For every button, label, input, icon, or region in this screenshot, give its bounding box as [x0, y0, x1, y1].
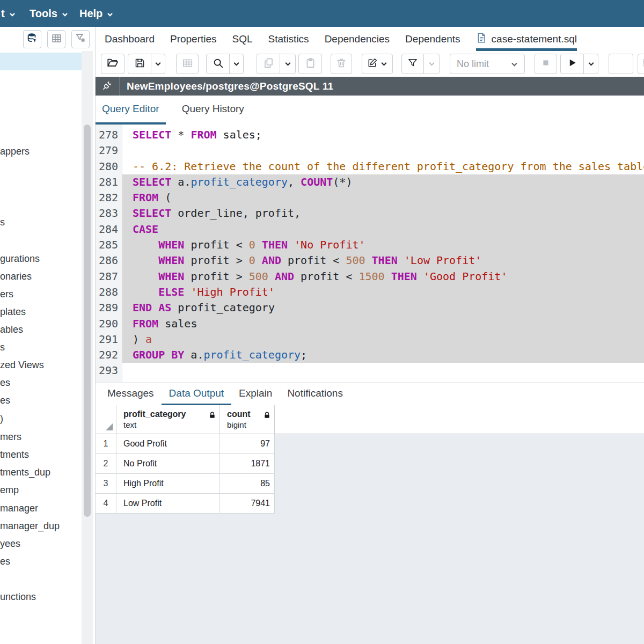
macro-button[interactable] — [609, 54, 633, 74]
row-number-cell[interactable]: 1 — [96, 434, 116, 454]
connection-bar: NewEmployees/postgres@PostgreSQL 11 — [96, 77, 644, 96]
filter-button[interactable] — [423, 54, 440, 74]
tree-item[interactable]: onaries — [0, 271, 80, 283]
tree-item[interactable]: mers — [0, 431, 80, 444]
tree-item[interactable]: ) — [0, 413, 80, 426]
tree-item[interactable]: unctions — [0, 591, 80, 604]
tree-item[interactable]: es — [0, 377, 80, 390]
save-button[interactable] — [151, 54, 165, 74]
tree-item[interactable]: ables — [0, 324, 80, 336]
sidebar-scrollbar-thumb[interactable] — [84, 125, 91, 517]
tree-item[interactable]: yees — [0, 538, 80, 551]
menu-bar: tToolsHelp — [0, 0, 644, 27]
execute-button[interactable] — [583, 54, 598, 74]
tree-item[interactable]: ers — [0, 289, 80, 301]
database-pointer-button[interactable] — [23, 30, 41, 48]
line-number-gutter: 2782792802812822832842852862872882892902… — [96, 125, 122, 382]
execute-button[interactable] — [560, 54, 584, 74]
code-token-str: 'Good Profit' — [423, 270, 508, 283]
object-browser[interactable]: apperssgurationsonariesersplatesablessze… — [0, 51, 95, 644]
column-header-profit_category[interactable]: profit_categorytext — [116, 405, 220, 434]
paste-button[interactable] — [298, 54, 322, 74]
tab-dashboard[interactable]: Dashboard — [105, 27, 155, 51]
browser-toolbar — [0, 27, 95, 51]
count-cell[interactable]: 97 — [220, 434, 275, 454]
find-button[interactable] — [229, 54, 244, 74]
menu-item-help[interactable]: Help — [79, 0, 113, 27]
tab-data-output[interactable]: Data Output — [162, 383, 231, 406]
profit-category-cell[interactable]: High Profit — [116, 474, 220, 494]
count-cell[interactable]: 1871 — [220, 454, 275, 474]
tree-item[interactable]: zed Views — [0, 360, 80, 372]
edit-grid-button[interactable] — [176, 54, 199, 74]
row-number-cell[interactable]: 3 — [96, 474, 116, 494]
column-header-count[interactable]: countbigint — [220, 405, 275, 434]
tree-item[interactable]: emp — [0, 485, 80, 497]
open-file-button[interactable] — [101, 54, 125, 74]
code-line: -- 6.2: Retrieve the count of the differ… — [122, 159, 644, 174]
code-token-kw: AND — [262, 254, 281, 267]
delete-button[interactable] — [331, 54, 352, 74]
grid-icon — [51, 33, 62, 46]
line-number: 291 — [96, 332, 118, 347]
tree-selected-row[interactable] — [0, 53, 82, 70]
row-number-cell[interactable]: 4 — [96, 494, 116, 514]
find-button[interactable] — [206, 54, 230, 74]
tab-query-editor[interactable]: Query Editor — [96, 96, 166, 125]
count-cell[interactable]: 85 — [220, 474, 275, 494]
tree-item[interactable]: es — [0, 395, 80, 407]
count-cell[interactable]: 7941 — [220, 494, 275, 514]
tab-dependencies[interactable]: Dependencies — [325, 27, 390, 51]
lock-icon — [264, 411, 270, 421]
tree-item[interactable]: manager — [0, 503, 80, 515]
save-button[interactable] — [128, 54, 151, 74]
tab-sql[interactable]: SQL — [232, 27, 253, 51]
code-token-num: 500 — [346, 254, 365, 267]
caret-down-icon — [155, 59, 162, 69]
grid-button[interactable] — [47, 30, 65, 48]
panel-button[interactable] — [638, 54, 644, 74]
menu-item-t[interactable]: t — [1, 0, 16, 27]
tab-dependents[interactable]: Dependents — [405, 27, 460, 51]
tree-item[interactable]: appers — [0, 146, 80, 158]
tab-label: Dashboard — [105, 33, 155, 45]
line-number: 282 — [96, 190, 118, 206]
profit-category-cell[interactable]: Low Profit — [116, 494, 220, 514]
code-token-kw: THEN — [372, 254, 398, 267]
column-name: profit_category — [123, 408, 215, 420]
copy-button[interactable] — [280, 54, 296, 74]
tree-item[interactable]: tments_dup — [0, 467, 80, 479]
tab-case-statement-sql[interactable]: case-statement.sql — [476, 27, 577, 51]
menu-item-label: t — [1, 8, 5, 20]
profit-category-cell[interactable]: Good Profit — [116, 434, 220, 454]
edit-button[interactable] — [362, 54, 393, 74]
tree-item[interactable]: s — [0, 217, 80, 229]
code-token-kw: FROM — [191, 128, 216, 141]
tab-statistics[interactable]: Statistics — [268, 27, 309, 51]
tree-item[interactable]: tments — [0, 449, 80, 462]
row-limit-select[interactable]: No limit — [450, 54, 525, 74]
tree-item[interactable]: gurations — [0, 253, 80, 266]
tab-query-history[interactable]: Query History — [175, 96, 251, 125]
line-number: 293 — [96, 363, 118, 378]
tab-explain[interactable]: Explain — [231, 383, 280, 406]
grid-select-all-corner[interactable] — [96, 405, 116, 434]
filter-button[interactable] — [401, 54, 424, 74]
tab-messages[interactable]: Messages — [100, 383, 162, 406]
code-area[interactable]: SELECT * FROM sales;-- 6.2: Retrieve the… — [122, 125, 644, 382]
code-token-kw: ELSE — [158, 286, 184, 298]
tree-item[interactable]: s — [0, 342, 80, 354]
tree-item[interactable]: manager_dup — [0, 521, 80, 533]
stop-button[interactable] — [535, 54, 557, 74]
copy-button[interactable] — [257, 54, 280, 74]
code-token-str: 'High Profit' — [191, 286, 275, 298]
profit-category-cell[interactable]: No Profit — [116, 454, 220, 474]
column-type: text — [123, 420, 215, 430]
tab-notifications[interactable]: Notifications — [280, 383, 350, 406]
tree-item[interactable]: es — [0, 556, 80, 568]
funnel-small-button[interactable] — [71, 30, 90, 48]
tab-properties[interactable]: Properties — [170, 27, 217, 51]
menu-item-tools[interactable]: Tools — [30, 0, 68, 27]
row-number-cell[interactable]: 2 — [96, 454, 116, 474]
tree-item[interactable]: plates — [0, 306, 80, 319]
